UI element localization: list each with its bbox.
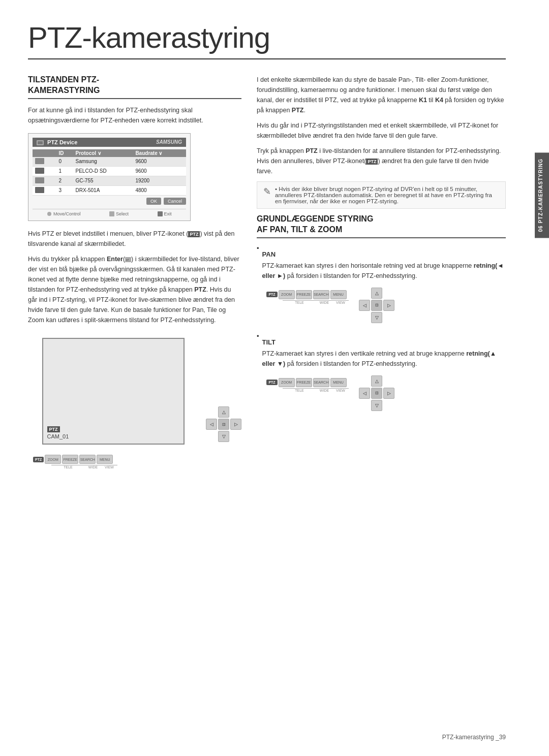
dpad-right[interactable]: ▷ bbox=[230, 419, 241, 430]
table-row: 2GC-75519200 bbox=[33, 176, 186, 185]
dpad-container-left: △ ◁ ⊡ ▷ ▽ bbox=[206, 406, 241, 442]
dpad-down[interactable]: ▽ bbox=[218, 431, 229, 442]
cam-label: CAM_01 bbox=[47, 433, 69, 439]
zoom-btn[interactable]: ZOOM bbox=[45, 455, 61, 464]
page-container: 06 PTZ-KAMERASTYRING PTZ-kamerastyring T… bbox=[0, 0, 549, 756]
svg-rect-4 bbox=[158, 211, 163, 216]
two-col-layout: TILSTANDEN PTZ-KAMERASTYRING For at kunn… bbox=[28, 75, 506, 469]
tilt-bullet: • bbox=[257, 332, 259, 374]
section-heading-tilstanden: TILSTANDEN PTZ-KAMERASTYRING bbox=[28, 75, 241, 99]
pan-ptz-btn[interactable]: PTZ bbox=[266, 292, 277, 297]
right-column: I det enkelte skærmbillede kan du styre … bbox=[257, 75, 506, 469]
note-box: ✎ • Hvis der ikke bliver brugt nogen PTZ… bbox=[257, 181, 506, 209]
tilt-heading: TILT bbox=[262, 338, 506, 346]
ptz-table-footer: OK Cancel bbox=[33, 196, 186, 207]
right-para2: Hvis du går ind i PTZ-styringstilstanden… bbox=[257, 120, 506, 141]
ptz-badge: PTZ bbox=[47, 426, 60, 432]
col-header-protocol: Protocol ∨ bbox=[73, 149, 133, 157]
main-content: PTZ-kamerastyring TILSTANDEN PTZ-KAMERAS… bbox=[0, 0, 549, 489]
table-row: 3DRX-501A4800 bbox=[33, 185, 186, 195]
tilt-remote-area: PTZ ZOOM FREEZE SEARCH MENU TELE WIDE VI… bbox=[264, 378, 506, 411]
dpad-left[interactable]: ◁ bbox=[206, 419, 217, 430]
pan-dpad-center[interactable]: ⊡ bbox=[371, 300, 382, 311]
svg-rect-1 bbox=[38, 141, 43, 144]
pan-menu-btn[interactable]: MENU bbox=[330, 290, 347, 299]
pan-section: • PAN PTZ-kameraet kan styres i den hori… bbox=[257, 244, 506, 286]
left-para1: Hvis PTZ er blevet indstillet i menuen, … bbox=[28, 229, 241, 249]
tilt-dpad-right[interactable]: ▷ bbox=[383, 388, 394, 399]
pan-zoom-btn[interactable]: ZOOM bbox=[279, 290, 295, 299]
nav-exit: Exit bbox=[158, 211, 172, 217]
freeze-btn[interactable]: FREEZE bbox=[62, 455, 78, 464]
ptz-table: ID Protocol ∨ Baudrate ∨ 0Samsung9600 bbox=[33, 149, 186, 196]
nav-move: Move/Control bbox=[47, 211, 80, 217]
tilt-search-btn[interactable]: SEARCH bbox=[313, 378, 329, 387]
tilt-section: • TILT PTZ-kameraet kan styres i den ver… bbox=[257, 332, 506, 374]
left-column: TILSTANDEN PTZ-KAMERASTYRING For at kunn… bbox=[28, 75, 241, 469]
svg-text:↵: ↵ bbox=[126, 258, 129, 262]
ptz-device-label: PTZ Device bbox=[37, 139, 77, 145]
pan-heading: PAN bbox=[262, 250, 506, 258]
search-btn[interactable]: SEARCH bbox=[79, 455, 96, 464]
col-header-icon bbox=[33, 149, 56, 157]
ptz-device-nav: Move/Control Select Exit bbox=[33, 209, 186, 217]
ok-button[interactable]: OK bbox=[146, 198, 161, 205]
menu-btn[interactable]: MENU bbox=[97, 455, 113, 464]
remote-buttons-left: PTZ ZOOM FREEZE SEARCH MENU TELE WIDE VI… bbox=[33, 455, 241, 469]
svg-rect-3 bbox=[109, 211, 114, 216]
ptz-device-box: PTZ Device SAMSUNG ID Protocol ∨ Baudrat… bbox=[28, 133, 191, 222]
tilt-dpad: △ ◁ ⊡ ▷ ▽ bbox=[359, 375, 394, 411]
left-para2: Hvis du trykker på knappen Enter(↵) i sk… bbox=[28, 254, 241, 325]
cam-monitor: PTZ CAM_01 bbox=[42, 338, 185, 445]
table-row: 0Samsung9600 bbox=[33, 157, 186, 167]
tilt-dpad-down[interactable]: ▽ bbox=[371, 400, 382, 411]
tilt-freeze-btn[interactable]: FREEZE bbox=[296, 378, 312, 387]
right-para1: I det enkelte skærmbillede kan du styre … bbox=[257, 75, 506, 115]
table-row: 1PELCO-D SD9600 bbox=[33, 166, 186, 176]
section-heading-grundlaeggende: GRUNDLÆGGENDE STYRINGAF PAN, TILT & ZOOM bbox=[257, 214, 506, 238]
pan-search-btn[interactable]: SEARCH bbox=[313, 290, 329, 299]
tilt-para: PTZ-kameraet kan styres i den vertikale … bbox=[262, 349, 506, 369]
pan-remote-group: PTZ ZOOM FREEZE SEARCH MENU TELE WIDE VI… bbox=[264, 290, 349, 304]
pan-freeze-btn[interactable]: FREEZE bbox=[296, 290, 312, 299]
tilt-ptz-btn[interactable]: PTZ bbox=[266, 380, 277, 385]
note-text: • Hvis der ikke bliver brugt nogen PTZ-s… bbox=[275, 186, 499, 204]
col-header-baudrate: Baudrate ∨ bbox=[133, 149, 186, 157]
ptz-remote-btn[interactable]: PTZ bbox=[33, 457, 44, 462]
cancel-button[interactable]: Cancel bbox=[164, 198, 186, 205]
pan-dpad-right[interactable]: ▷ bbox=[383, 300, 394, 311]
right-para3: Tryk på knappen PTZ i live-tilstanden fo… bbox=[257, 146, 506, 176]
samsung-logo: SAMSUNG bbox=[156, 139, 182, 145]
tilt-dpad-up[interactable]: △ bbox=[371, 375, 382, 387]
side-tab: 06 PTZ-KAMERASTYRING bbox=[535, 152, 549, 238]
dpad-center[interactable]: ⊡ bbox=[218, 419, 229, 430]
left-intro-para: For at kunne gå ind i tilstanden for PTZ… bbox=[28, 105, 241, 125]
pan-remote-area: PTZ ZOOM FREEZE SEARCH MENU TELE WIDE VI… bbox=[264, 290, 506, 323]
pan-para: PTZ-kameraet kan styres i den horisontal… bbox=[262, 261, 506, 281]
pan-dpad-down[interactable]: ▽ bbox=[371, 312, 382, 323]
note-icon: ✎ bbox=[263, 186, 271, 204]
col-header-id: ID bbox=[56, 149, 73, 157]
svg-point-2 bbox=[47, 212, 51, 216]
pan-dpad-left[interactable]: ◁ bbox=[359, 300, 370, 311]
pan-dpad-up[interactable]: △ bbox=[371, 288, 382, 299]
pan-bullet: • bbox=[257, 244, 259, 286]
pan-dpad: △ ◁ ⊡ ▷ ▽ bbox=[359, 288, 394, 323]
page-footer: PTZ-kamerastyring _39 bbox=[442, 734, 506, 741]
tilt-dpad-center[interactable]: ⊡ bbox=[371, 388, 382, 399]
nav-select: Select bbox=[109, 211, 129, 217]
page-title: PTZ-kamerastyring bbox=[28, 20, 506, 59]
dpad-up[interactable]: △ bbox=[218, 406, 229, 418]
tilt-menu-btn[interactable]: MENU bbox=[330, 378, 347, 387]
tilt-remote-group: PTZ ZOOM FREEZE SEARCH MENU TELE WIDE VI… bbox=[264, 378, 349, 392]
tilt-zoom-btn[interactable]: ZOOM bbox=[279, 378, 295, 387]
tilt-dpad-left[interactable]: ◁ bbox=[359, 388, 370, 399]
ptz-device-title: PTZ Device SAMSUNG bbox=[33, 138, 186, 147]
